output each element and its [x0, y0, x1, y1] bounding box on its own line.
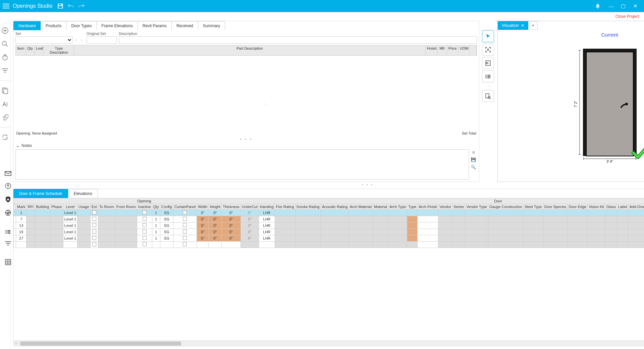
shield-icon[interactable] [5, 196, 11, 203]
table-row[interactable]: 27Level 11SG0"0"0"0"LHRPainted [14, 235, 644, 242]
upload-icon[interactable] [5, 183, 11, 189]
table-row[interactable] [14, 242, 644, 248]
table-row[interactable]: 19Level 11SG0"0"0"0"LHRPainted [14, 229, 644, 235]
globe-check-icon[interactable] [5, 209, 11, 216]
timer-icon[interactable] [1, 54, 9, 61]
col-door-species[interactable]: Door Species [543, 204, 568, 210]
col-acoustic-rating[interactable]: Acoustic Rating [321, 204, 348, 210]
col-inactive[interactable]: Inactive [137, 204, 152, 210]
set-prev-button[interactable]: ‹ [72, 36, 78, 44]
hw-col-part-description[interactable]: Part Description [74, 45, 426, 55]
menu-icon[interactable] [3, 4, 9, 8]
schedule-table[interactable]: OpeningDoorMarkRFIBuildingPhaseLevelUsag… [13, 198, 644, 248]
hw-col-price[interactable]: Price [447, 45, 459, 55]
col-ext[interactable]: Ext [90, 204, 98, 210]
tab-visualizer[interactable]: Visualizer✕ [498, 21, 529, 30]
undo-icon[interactable] [68, 4, 74, 8]
zoom-extents-icon[interactable] [482, 44, 494, 56]
col-undercut[interactable]: UnderCut [240, 204, 259, 210]
col-mark[interactable]: Mark [16, 204, 26, 210]
maximize-button[interactable]: ▢ [617, 3, 629, 9]
list2-icon[interactable] [5, 230, 11, 234]
add-icon[interactable] [1, 27, 9, 34]
col-label[interactable]: Label [617, 204, 628, 210]
split-handle-icon[interactable]: ⋮ [261, 101, 268, 107]
col-smoke-rating[interactable]: Smoke Rating [295, 204, 321, 210]
notes-toggle[interactable]: Notes [13, 142, 479, 149]
horizontal-scrollbar[interactable]: ‹ › [13, 341, 644, 346]
save-icon[interactable] [58, 3, 63, 9]
col-config[interactable]: Config [160, 204, 173, 210]
import-icon[interactable] [482, 57, 494, 69]
close-tab-icon[interactable]: ✕ [521, 23, 524, 28]
tab-elevations[interactable]: Elevations [68, 189, 98, 198]
redo-icon[interactable] [78, 4, 85, 8]
tab-received[interactable]: Received [171, 21, 198, 30]
col-from-room[interactable]: From Room [115, 204, 137, 210]
col-curtainpanel[interactable]: CurtainPanel [173, 204, 197, 210]
col-glass[interactable]: Glass [605, 204, 617, 210]
hsplit-handle-icon[interactable]: • • • [13, 182, 644, 188]
col-arch-finish[interactable]: Arch Finish [418, 204, 438, 210]
scroll-thumb[interactable] [20, 342, 181, 346]
filter2-icon[interactable] [5, 241, 11, 246]
tab-door-frame-schedule[interactable]: Door & Frame Schedule [13, 189, 68, 198]
original-set-input[interactable] [87, 36, 117, 44]
filter-icon[interactable] [1, 67, 9, 74]
drag-handle-icon[interactable]: • • • [13, 137, 479, 142]
hw-col-type-description[interactable]: Type Description [44, 45, 74, 55]
col-material[interactable]: Material [373, 204, 388, 210]
col-usage[interactable]: Usage [77, 204, 91, 210]
note-save-icon[interactable]: 💾 [471, 157, 476, 162]
col-qty[interactable]: Qty [152, 204, 160, 210]
tab-frame-elevations[interactable]: Frame Elevations [97, 21, 138, 30]
set-select[interactable] [15, 36, 72, 44]
attach-icon[interactable] [1, 114, 9, 121]
col-level[interactable]: Level [63, 204, 77, 210]
copy-icon[interactable] [1, 87, 9, 94]
hw-col-leaf[interactable]: Leaf [35, 45, 44, 55]
scroll-left-icon[interactable]: ‹ [13, 341, 19, 346]
table-row[interactable]: 7Level 11SG0"0"0"0"LHRPainted [14, 216, 644, 222]
tab-revit-params[interactable]: Revit Params [138, 21, 172, 30]
note-add-icon[interactable]: ⊕ [472, 150, 475, 155]
text-icon[interactable] [1, 100, 9, 108]
tab-products[interactable]: Products [41, 21, 66, 30]
notes-textarea[interactable] [15, 149, 469, 180]
col-series[interactable]: Series [452, 204, 465, 210]
col-steel-type[interactable]: Steel Type [523, 204, 543, 210]
col-height[interactable]: Height [209, 204, 222, 210]
hw-col-uom[interactable]: UOM [459, 45, 470, 55]
description-input[interactable] [119, 36, 477, 44]
col-to-room[interactable]: To Room [98, 204, 115, 210]
col-arch-material[interactable]: Arch Material [349, 204, 373, 210]
col-phase[interactable]: Phase [50, 204, 63, 210]
tab-summary[interactable]: Summary [198, 21, 225, 30]
minimize-button[interactable]: — [605, 3, 617, 9]
bell-icon[interactable] [595, 3, 600, 9]
col-rfi[interactable]: RFI [26, 204, 35, 210]
note-search-icon[interactable]: 🔍 [471, 165, 476, 169]
mail-icon[interactable] [5, 171, 11, 176]
hw-col-qty[interactable]: Qty [26, 45, 35, 55]
col-add-ons[interactable]: Add-Ons [628, 204, 644, 210]
col-fire-rating[interactable]: Fire Rating [275, 204, 295, 210]
col-vendor-type[interactable]: Vendor Type [465, 204, 488, 210]
col-door-edge[interactable]: Door Edge [568, 204, 588, 210]
table-row[interactable]: 1Level 11SG0"0"0"0"LHRPainted [14, 210, 644, 216]
table-row[interactable]: 13Level 11SG0"0"0"0"LHRPainted [14, 222, 644, 229]
tab-hardware[interactable]: Hardware [13, 21, 41, 30]
col-vision-kit[interactable]: Vision Kit [588, 204, 605, 210]
search-icon[interactable] [1, 40, 9, 48]
close-button[interactable]: ✕ [629, 3, 641, 9]
hw-col-mfr[interactable]: Mfr [438, 45, 447, 55]
col-width[interactable]: Width [197, 204, 209, 210]
col-gauge-construction[interactable]: Gauge Construction [488, 204, 523, 210]
add-tab-button[interactable]: + [528, 21, 538, 30]
set-next-button[interactable]: › [78, 36, 85, 44]
col-handing[interactable]: Handing [259, 204, 275, 210]
col-type[interactable]: Type [407, 204, 418, 210]
col-building[interactable]: Building [35, 204, 50, 210]
grid-icon[interactable] [5, 259, 11, 265]
refresh-icon[interactable]: 12 [1, 134, 9, 141]
